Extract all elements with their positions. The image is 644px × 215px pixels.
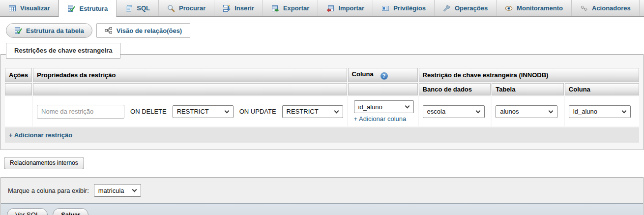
add-column-link[interactable]: + Adicionar coluna xyxy=(354,115,407,123)
header-actions: Ações xyxy=(5,68,32,82)
internal-relations-button[interactable]: Relacionamentos internos xyxy=(4,157,84,169)
on-update-select-wrap: RESTRICT xyxy=(282,105,343,118)
tab-sql[interactable]: SQL xyxy=(117,0,159,16)
display-column-select-wrap: matricula xyxy=(94,184,141,197)
display-column-label: Marque a coluna para exibir: xyxy=(8,187,89,194)
header-empty xyxy=(33,83,347,95)
add-constraint-link[interactable]: + Adicionar restrição xyxy=(9,131,72,139)
on-delete-select[interactable]: RESTRICT xyxy=(173,105,234,118)
tab-monitoramento[interactable]: Monitoramento xyxy=(497,0,572,16)
header-row-1: Ações Propriedades da restrição Coluna? … xyxy=(5,68,639,82)
tab-exportar[interactable]: Exportar xyxy=(263,0,318,16)
tab-visualizar[interactable]: Visualizar xyxy=(0,0,59,16)
foreign-database-select-wrap: escola xyxy=(423,105,485,118)
tab-operacoes[interactable]: Operações xyxy=(435,0,497,16)
tab-label: Exportar xyxy=(283,4,309,12)
tab-privilegios[interactable]: Privilégios xyxy=(373,0,435,16)
relation-view-label: Visão de relação(ões) xyxy=(117,27,182,34)
tab-label: Privilégios xyxy=(393,4,426,12)
triggers-icon xyxy=(580,4,588,12)
header-fk-column: Coluna xyxy=(565,83,639,95)
table-structure-icon xyxy=(14,27,22,34)
tab-label: SQL xyxy=(137,4,150,12)
header-row-2: Banco de dados Tabela Coluna xyxy=(5,83,639,95)
structure-subnav: Estrutura da tabela Visão de relação(ões… xyxy=(0,17,644,38)
footer-bar: Ver SQL Salvar xyxy=(1,203,643,215)
foreign-table-cell: alunos xyxy=(492,96,564,126)
header-empty xyxy=(348,83,418,95)
tab-label: Importar xyxy=(338,4,364,12)
column-select-wrap: id_aluno xyxy=(354,100,414,113)
constraint-row: ON DELETE RESTRICT ON UPDATE RESTRICT id… xyxy=(5,96,639,126)
add-constraint-cell: + Adicionar restrição xyxy=(5,127,639,143)
insert-row-icon xyxy=(223,4,231,12)
display-column-fieldset: Marque a coluna para exibir: matricula V… xyxy=(0,177,644,215)
save-button[interactable]: Salvar xyxy=(53,208,88,215)
help-icon[interactable]: ? xyxy=(381,72,388,80)
search-icon xyxy=(167,4,175,12)
foreign-table-select[interactable]: alunos xyxy=(496,105,557,118)
tab-label: Inserir xyxy=(234,4,254,12)
display-column-select[interactable]: matricula xyxy=(94,184,141,197)
on-delete-label: ON DELETE xyxy=(130,108,167,115)
header-database: Banco de dados xyxy=(419,83,491,95)
foreign-column-select[interactable]: id_aluno xyxy=(569,105,631,118)
view-sql-button[interactable]: Ver SQL xyxy=(7,208,48,215)
tab-importar[interactable]: Importar xyxy=(318,0,373,16)
foreign-database-cell: escola xyxy=(419,96,491,126)
on-update-select[interactable]: RESTRICT xyxy=(282,105,343,118)
relation-view-button[interactable]: Visão de relação(ões) xyxy=(96,23,190,38)
foreign-column-cell: id_aluno xyxy=(565,96,639,126)
tab-inserir[interactable]: Inserir xyxy=(214,0,263,16)
header-foreign-key: Restrição de chave estrangeira (INNODB) xyxy=(419,68,639,82)
foreign-column-select-wrap: id_aluno xyxy=(569,105,631,118)
table-structure-label: Estrutura da tabela xyxy=(26,27,84,34)
foreign-key-legend: Restrições de chave estrangeira xyxy=(6,43,120,59)
tab-acionadores[interactable]: Acionadores xyxy=(572,0,640,16)
browse-table-icon xyxy=(8,4,16,12)
relation-view-icon xyxy=(105,27,113,34)
on-update-label: ON UPDATE xyxy=(239,108,276,115)
column-cell: id_aluno + Adicionar coluna xyxy=(348,96,418,126)
tab-label: Monitoramento xyxy=(517,4,563,12)
privileges-icon xyxy=(381,4,389,12)
header-column: Coluna? xyxy=(348,68,418,82)
foreign-key-fieldset: Ações Propriedades da restrição Coluna? … xyxy=(0,54,644,150)
constraint-name-input[interactable] xyxy=(37,105,124,119)
export-icon xyxy=(271,4,279,12)
actions-cell xyxy=(5,96,32,126)
header-column-label: Coluna xyxy=(352,70,374,78)
add-constraint-row: + Adicionar restrição xyxy=(5,127,639,143)
sql-icon xyxy=(125,4,133,12)
structure-icon xyxy=(67,4,75,12)
monitoring-eye-icon xyxy=(505,4,513,12)
tab-label: Operações xyxy=(455,4,488,12)
constraint-properties-cell: ON DELETE RESTRICT ON UPDATE RESTRICT xyxy=(33,96,347,126)
top-tab-bar: Visualizar Estrutura SQL Procurar Inseri… xyxy=(0,0,644,17)
tab-procurar[interactable]: Procurar xyxy=(159,0,214,16)
column-select[interactable]: id_aluno xyxy=(354,100,414,113)
header-empty xyxy=(5,83,32,95)
tab-label: Visualizar xyxy=(20,4,50,12)
import-icon xyxy=(326,4,334,12)
operations-wrench-icon xyxy=(443,4,451,12)
foreign-table-select-wrap: alunos xyxy=(496,105,557,118)
tab-label: Acionadores xyxy=(592,4,631,12)
tab-label: Procurar xyxy=(179,4,205,12)
tab-label: Estrutura xyxy=(79,5,108,12)
header-table: Tabela xyxy=(492,83,564,95)
tab-estrutura[interactable]: Estrutura xyxy=(59,0,117,17)
header-constraint-properties: Propriedades da restrição xyxy=(33,68,347,82)
on-delete-select-wrap: RESTRICT xyxy=(173,105,234,118)
table-structure-button[interactable]: Estrutura da tabela xyxy=(6,23,92,38)
foreign-key-table: Ações Propriedades da restrição Coluna? … xyxy=(4,67,640,144)
foreign-database-select[interactable]: escola xyxy=(423,105,485,118)
